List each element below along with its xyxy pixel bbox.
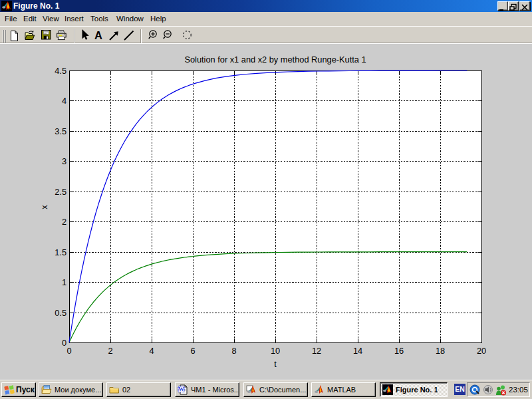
svg-text:A: A xyxy=(94,29,102,41)
svg-text:W: W xyxy=(178,386,184,392)
